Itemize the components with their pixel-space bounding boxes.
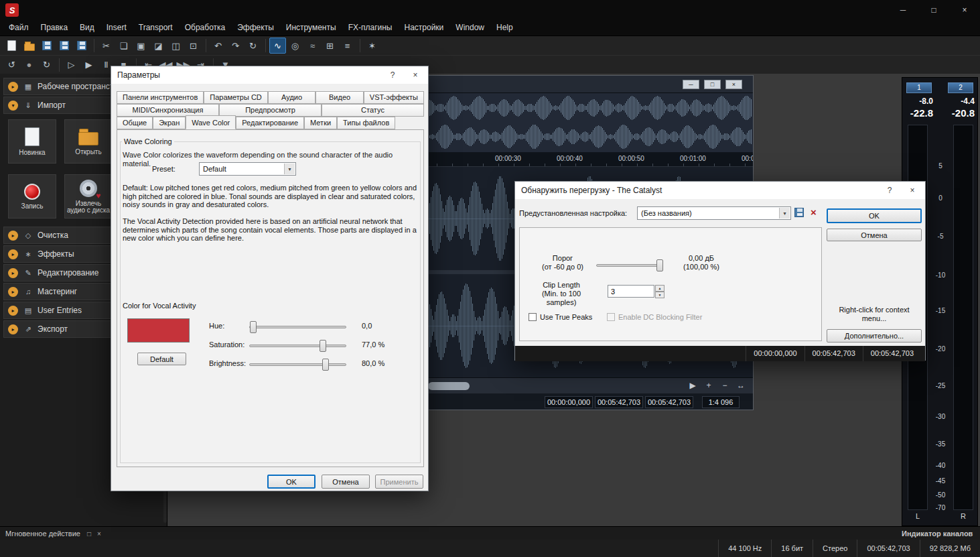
- crop-icon[interactable]: ⊡: [185, 38, 202, 54]
- clip-length-stepper[interactable]: ▲ ▼: [655, 285, 664, 298]
- h-scrollbar[interactable]: ▶+−↔: [421, 377, 753, 393]
- slider-track[interactable]: [249, 363, 346, 366]
- slider-thumb[interactable]: [250, 321, 257, 333]
- meter-channel-1-header[interactable]: 1: [906, 82, 932, 93]
- checkbox-icon[interactable]: [607, 313, 615, 321]
- settings-tab[interactable]: Типы файлов: [337, 117, 395, 129]
- menu-item[interactable]: FX-плагины: [342, 20, 399, 36]
- copy-icon[interactable]: ❏: [115, 38, 132, 54]
- redo-icon[interactable]: ↷: [227, 38, 244, 54]
- repeat-icon[interactable]: ↻: [244, 38, 261, 54]
- ok-button[interactable]: OK: [827, 208, 922, 223]
- apply-button[interactable]: Применить: [375, 475, 423, 489]
- paste-special-icon[interactable]: ◪: [150, 38, 167, 54]
- menu-item[interactable]: Файл: [3, 20, 35, 36]
- settings-tab[interactable]: Wave Color: [186, 115, 236, 129]
- zoom-tool-icon[interactable]: ◎: [287, 38, 303, 54]
- spin-down-icon[interactable]: ▼: [655, 292, 664, 298]
- doc-minimize-button[interactable]: ─: [683, 80, 699, 89]
- cancel-button[interactable]: Отмена: [827, 229, 922, 241]
- spectrum-icon[interactable]: ≈: [304, 38, 321, 54]
- play-all-icon[interactable]: ▷: [63, 57, 80, 73]
- settings-tab[interactable]: Экран: [153, 117, 186, 129]
- zoom-out-icon[interactable]: −: [719, 381, 730, 390]
- paste-icon[interactable]: ▣: [133, 38, 149, 54]
- settings-tab[interactable]: Видео: [316, 91, 364, 104]
- smart-help-icon[interactable]: ✶: [364, 38, 380, 54]
- mixer-icon[interactable]: ≡: [339, 38, 356, 54]
- h-scrollbar-thumb[interactable]: [428, 382, 470, 390]
- undo-icon[interactable]: ↶: [210, 38, 226, 54]
- waveform-overview[interactable]: [421, 93, 753, 152]
- settings-tab[interactable]: VST-эффекты: [364, 91, 424, 104]
- dialog-help-button[interactable]: ?: [878, 182, 901, 199]
- new-file-icon[interactable]: [3, 38, 20, 54]
- dialog-close-button[interactable]: ×: [901, 182, 924, 199]
- zoom-fit-icon[interactable]: ↔: [736, 381, 746, 390]
- menu-item[interactable]: Правка: [35, 20, 74, 36]
- dialog-help-button[interactable]: ?: [381, 66, 404, 84]
- settings-tab[interactable]: Общие: [117, 117, 153, 129]
- dialog-close-button[interactable]: ×: [404, 66, 427, 84]
- statistics-icon[interactable]: ⊞: [322, 38, 338, 54]
- save-as-icon[interactable]: [56, 38, 72, 54]
- save-icon[interactable]: [38, 38, 55, 54]
- float-panel-icon[interactable]: □: [87, 530, 91, 538]
- record-icon[interactable]: ●: [21, 57, 38, 73]
- document-titlebar[interactable]: ─ □ ×: [421, 76, 753, 93]
- dc-blocking-filter-checkbox[interactable]: Enable DC Blocking Filter: [607, 313, 702, 321]
- time-ruler[interactable]: 00:00:3000:00:4000:00:5000:01:0000:01:10: [421, 152, 753, 167]
- settings-tab[interactable]: Параметры CD: [204, 91, 268, 104]
- menu-item[interactable]: Обработка: [179, 20, 232, 36]
- cancel-button[interactable]: Отмена: [322, 475, 370, 489]
- settings-tab[interactable]: Метки: [304, 117, 337, 129]
- menu-item[interactable]: Инструменты: [280, 20, 342, 36]
- zoom-in-icon[interactable]: +: [703, 381, 714, 390]
- tile-rip-cd[interactable]: Извлечь аудио с диска: [64, 174, 113, 219]
- slider-track[interactable]: [249, 345, 346, 347]
- restart-icon[interactable]: ↻: [38, 57, 55, 73]
- preset-dropdown[interactable]: (Без названия) ▾: [637, 206, 791, 220]
- save-preset-icon[interactable]: [794, 208, 804, 217]
- menu-item[interactable]: Insert: [100, 20, 133, 36]
- slider-thumb[interactable]: [322, 359, 329, 371]
- threshold-slider-track[interactable]: [596, 264, 663, 267]
- close-panel-icon[interactable]: ×: [97, 530, 101, 538]
- menu-item[interactable]: Настройки: [398, 20, 449, 36]
- spin-up-icon[interactable]: ▲: [655, 285, 664, 292]
- settings-tab[interactable]: Аудио: [268, 91, 316, 104]
- clip-length-input[interactable]: [608, 285, 654, 298]
- use-true-peaks-checkbox[interactable]: Use True Peaks: [529, 313, 592, 321]
- ok-button[interactable]: OK: [267, 475, 316, 489]
- wave-editor-icon[interactable]: ∿: [269, 38, 286, 54]
- open-file-icon[interactable]: [21, 38, 38, 54]
- save-all-icon[interactable]: [73, 38, 90, 54]
- settings-tab[interactable]: Статус: [322, 104, 424, 117]
- maximize-button[interactable]: □: [918, 0, 949, 20]
- menu-item[interactable]: Вид: [74, 20, 100, 36]
- tile-record[interactable]: Запись: [8, 174, 56, 219]
- tile-open[interactable]: Открыть: [64, 119, 113, 164]
- cut-icon[interactable]: ✂: [98, 38, 115, 54]
- slider-thumb[interactable]: [320, 340, 326, 352]
- menu-item[interactable]: Transport: [133, 20, 179, 36]
- doc-close-button[interactable]: ×: [725, 80, 742, 89]
- settings-tab[interactable]: Редактирование: [236, 117, 304, 129]
- tile-new-project[interactable]: Новинка: [8, 119, 56, 164]
- threshold-slider-thumb[interactable]: [656, 259, 663, 271]
- minimize-button[interactable]: ─: [888, 0, 918, 20]
- loop-playback-icon[interactable]: ↺: [3, 57, 20, 73]
- close-button[interactable]: ×: [949, 0, 980, 20]
- doc-restore-button[interactable]: □: [704, 80, 721, 89]
- settings-tab[interactable]: Панели инструментов: [117, 91, 204, 104]
- menu-item[interactable]: Help: [490, 20, 519, 36]
- menu-item[interactable]: Window: [449, 20, 490, 36]
- menu-item[interactable]: Эффекты: [231, 20, 280, 36]
- more-options-button[interactable]: Дополнительно...: [827, 329, 922, 343]
- play-mini-icon[interactable]: ▶: [687, 381, 698, 390]
- play-icon[interactable]: ▶: [80, 57, 97, 73]
- slider-track[interactable]: [249, 326, 346, 328]
- delete-preset-icon[interactable]: ×: [811, 206, 817, 218]
- meter-channel-2-header[interactable]: 2: [948, 82, 973, 93]
- trim-icon[interactable]: ◫: [167, 38, 184, 54]
